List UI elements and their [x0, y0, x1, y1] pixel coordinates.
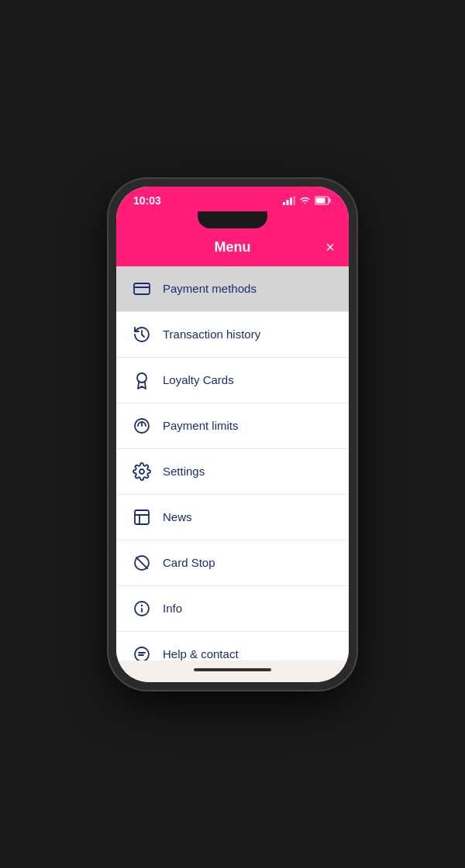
- menu-item-label: Info: [163, 602, 182, 615]
- notch-area: [116, 211, 349, 232]
- status-icons: [283, 196, 332, 205]
- svg-rect-2: [290, 197, 292, 205]
- svg-point-11: [140, 469, 144, 474]
- phone-screen: 10:03: [116, 187, 349, 682]
- battery-icon: [315, 196, 332, 205]
- svg-rect-7: [134, 283, 150, 294]
- menu-item-label: Payment limits: [163, 419, 239, 432]
- gauge-icon: [132, 416, 152, 436]
- header-title: Menu: [215, 239, 251, 256]
- notch: [198, 211, 267, 228]
- svg-line-16: [136, 557, 147, 568]
- block-icon: [132, 553, 152, 573]
- status-bar: 10:03: [116, 187, 349, 211]
- menu-item-payment-limits[interactable]: Payment limits: [116, 403, 349, 449]
- menu-item-news[interactable]: News: [116, 495, 349, 540]
- phone-frame: 10:03: [108, 179, 356, 690]
- menu-item-label: Help & contact: [163, 647, 239, 660]
- svg-rect-12: [135, 510, 149, 524]
- svg-rect-1: [287, 200, 289, 205]
- menu-list: Payment methods Transaction history: [116, 266, 349, 660]
- gear-icon: [132, 461, 152, 482]
- menu-item-card-stop[interactable]: Card Stop: [116, 540, 349, 586]
- menu-item-label: Loyalty Cards: [163, 373, 234, 386]
- signal-icon: [283, 196, 295, 205]
- app-header: Menu ×: [116, 232, 349, 266]
- award-icon: [132, 370, 152, 390]
- svg-rect-3: [294, 196, 296, 205]
- svg-rect-6: [316, 197, 326, 203]
- info-icon: [132, 599, 152, 619]
- menu-item-info[interactable]: Info: [116, 586, 349, 632]
- menu-item-label: News: [163, 510, 192, 523]
- menu-item-help-contact[interactable]: Help & contact: [116, 632, 349, 660]
- menu-item-label: Card Stop: [163, 556, 215, 569]
- wifi-icon: [299, 196, 311, 205]
- home-indicator-area: [116, 660, 349, 682]
- home-bar: [194, 668, 271, 671]
- menu-item-loyalty-cards[interactable]: Loyalty Cards: [116, 358, 349, 403]
- close-button[interactable]: ×: [326, 239, 335, 255]
- chat-icon: [132, 644, 152, 660]
- news-icon: [132, 507, 152, 527]
- menu-item-label: Transaction history: [163, 328, 260, 341]
- menu-item-payment-methods[interactable]: Payment methods: [116, 266, 349, 312]
- svg-rect-0: [283, 202, 285, 205]
- menu-item-settings[interactable]: Settings: [116, 449, 349, 495]
- clock-back-icon: [132, 324, 152, 345]
- credit-card-icon: [132, 279, 152, 299]
- svg-rect-5: [329, 198, 331, 202]
- svg-point-20: [135, 647, 149, 660]
- menu-item-label: Settings: [163, 465, 205, 478]
- menu-item-label: Payment methods: [163, 282, 257, 295]
- menu-item-transaction-history[interactable]: Transaction history: [116, 312, 349, 358]
- status-time: 10:03: [133, 194, 161, 207]
